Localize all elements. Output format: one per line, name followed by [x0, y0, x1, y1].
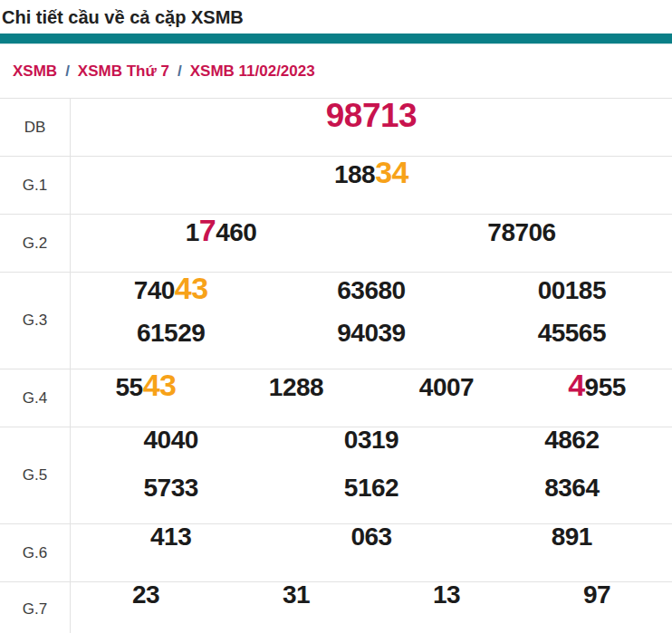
prize-number: 063 — [350, 524, 391, 550]
prize-values: 5543128840074955 — [71, 369, 672, 427]
prize-line: 98713 — [71, 99, 672, 156]
prize-number: 4955 — [568, 369, 626, 400]
digit-segment: 23 — [132, 580, 159, 609]
digit-segment: 188 — [334, 160, 375, 188]
prize-cell: 8364 — [472, 475, 672, 501]
prize-cell: 74043 — [71, 273, 271, 303]
prize-number: 45565 — [538, 321, 606, 346]
prize-cell: 63680 — [271, 278, 471, 303]
digit-segment: 00185 — [538, 276, 606, 304]
digit-segment: 31 — [283, 580, 310, 609]
digit-segment: 78706 — [487, 218, 555, 246]
prize-number: 74043 — [134, 273, 208, 303]
digit-segment: 891 — [552, 523, 592, 551]
prize-line: 740436368000185 — [71, 273, 672, 321]
prize-row: G.5404003194862573351628364 — [0, 427, 672, 524]
breadcrumb-link[interactable]: XSMB — [13, 62, 57, 81]
digit-segment: 740 — [134, 276, 175, 304]
prize-cell: 18834 — [71, 157, 672, 187]
prize-line: 404003194862 — [71, 427, 672, 475]
prize-cell: 78706 — [371, 220, 672, 245]
prize-number: 1288 — [269, 375, 323, 400]
digit-segment: 1 — [186, 218, 199, 246]
prize-number: 98713 — [326, 99, 417, 132]
prize-number: 00185 — [538, 278, 606, 303]
digit-segment: 1288 — [269, 373, 323, 401]
prize-number: 413 — [150, 524, 191, 550]
prize-cell: 0319 — [271, 427, 471, 453]
prize-values: 18834 — [71, 157, 672, 214]
prize-cell: 61529 — [71, 321, 271, 346]
prize-label: G.6 — [0, 524, 71, 581]
highlight-digit-segment: 98713 — [326, 97, 417, 134]
prize-number: 78706 — [487, 220, 555, 245]
prize-line: 615299403945565 — [71, 321, 672, 369]
page-title: Chi tiết cầu về cả cặp XSMB — [0, 0, 672, 34]
breadcrumb-separator: / — [169, 62, 190, 81]
prize-number: 8364 — [544, 475, 599, 501]
prize-label: G.2 — [0, 215, 71, 272]
prize-number: 61529 — [137, 321, 205, 346]
prize-label: G.3 — [0, 273, 71, 369]
prize-values: 23311397 — [71, 582, 672, 633]
prize-line: 573351628364 — [71, 475, 672, 523]
prize-values: 98713 — [71, 99, 672, 156]
highlight-digit-segment: 43 — [143, 368, 177, 402]
prize-number: 17460 — [186, 215, 257, 245]
breadcrumb-link[interactable]: XSMB 11/02/2023 — [190, 62, 315, 81]
prize-cell: 45565 — [472, 321, 672, 346]
prize-label: G.7 — [0, 582, 71, 633]
highlight-digit-segment: 34 — [375, 155, 408, 189]
prize-number: 891 — [552, 524, 592, 550]
prize-cell: 13 — [371, 582, 522, 608]
digit-segment: 13 — [433, 580, 460, 609]
prize-cell: 17460 — [71, 215, 371, 245]
prize-row: G.6413063891 — [0, 524, 672, 582]
prize-number: 63680 — [337, 278, 405, 303]
prize-row: G.3740436368000185615299403945565 — [0, 273, 672, 369]
prize-cell: 063 — [271, 524, 471, 550]
prize-label: DB — [0, 99, 71, 156]
prize-line: 5543128840074955 — [71, 369, 672, 427]
prize-values: 740436368000185615299403945565 — [71, 273, 672, 369]
prize-cell: 31 — [221, 582, 371, 608]
highlight-digit-segment: 7 — [199, 213, 216, 247]
prize-cell: 4040 — [71, 427, 271, 453]
digit-segment: 955 — [585, 373, 626, 401]
prize-cell: 891 — [472, 524, 672, 550]
prize-number: 4040 — [144, 427, 198, 453]
page: Chi tiết cầu về cả cặp XSMB XSMB/XSMB Th… — [0, 0, 672, 633]
digit-segment: 063 — [350, 523, 391, 551]
digit-segment: 97 — [583, 580, 610, 609]
prize-line: 23311397 — [71, 582, 672, 633]
prize-number: 5733 — [144, 475, 198, 501]
prize-row: G.21746078706 — [0, 215, 672, 273]
digit-segment: 94039 — [337, 319, 405, 347]
results-table: DB98713G.118834G.21746078706G.3740436368… — [0, 98, 672, 633]
prize-cell: 4862 — [472, 427, 672, 453]
accent-bar — [0, 34, 672, 44]
digit-segment: 4862 — [544, 426, 599, 454]
digit-segment: 413 — [150, 523, 191, 551]
highlight-digit-segment: 4 — [568, 368, 584, 402]
prize-values: 404003194862573351628364 — [71, 427, 672, 523]
prize-cell: 5162 — [271, 475, 471, 501]
prize-label: G.4 — [0, 369, 71, 427]
prize-values: 413063891 — [71, 524, 672, 581]
prize-number: 97 — [583, 582, 610, 608]
prize-row: G.45543128840074955 — [0, 369, 672, 427]
digit-segment: 45565 — [538, 319, 606, 347]
prize-number: 5543 — [116, 369, 177, 400]
prize-cell: 5733 — [71, 475, 271, 501]
breadcrumb-link[interactable]: XSMB Thứ 7 — [78, 62, 169, 81]
prize-cell: 23 — [71, 582, 221, 608]
breadcrumb: XSMB/XSMB Thứ 7/XSMB 11/02/2023 — [0, 44, 672, 98]
digit-segment: 0319 — [344, 426, 398, 454]
prize-line: 413063891 — [71, 524, 672, 581]
prize-number: 31 — [283, 582, 310, 608]
prize-cell: 1288 — [221, 375, 371, 400]
prize-label: G.1 — [0, 157, 71, 214]
breadcrumb-separator: / — [57, 62, 78, 81]
highlight-digit-segment: 43 — [175, 271, 208, 305]
prize-number: 13 — [433, 582, 460, 608]
